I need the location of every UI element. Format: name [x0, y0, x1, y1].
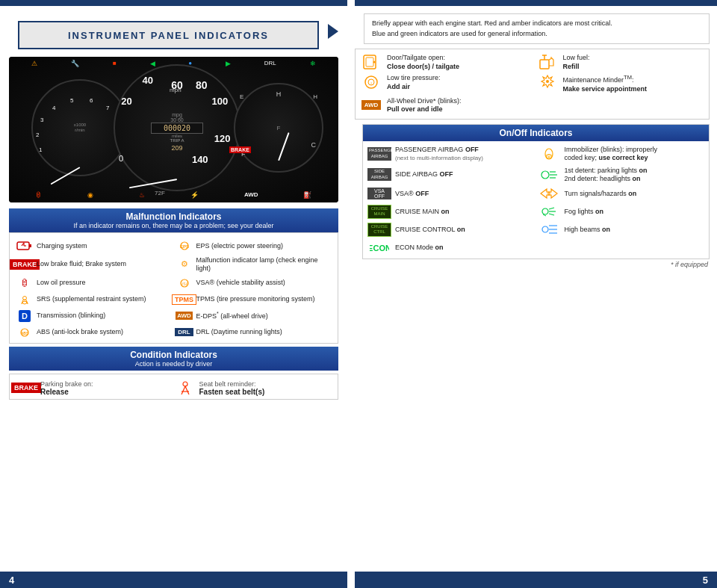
dashboard-background: ⚠ 🔧 ■ ◀ ● ▶ DRL ❄ P R N D x1000r/min 1 [9, 57, 338, 202]
footnote: * if equipped [355, 261, 708, 268]
page-number-right: 5 [703, 575, 708, 586]
mph-unit: mph [170, 87, 181, 93]
rpm-3: 3 [40, 117, 43, 123]
side-airbag-badge: SIDEAIRBAG [367, 168, 391, 182]
brake-text: Low brake fluid; Brake system [37, 260, 126, 268]
tpms-text: TPMS (tire pressure monitoring system) [196, 295, 315, 303]
tire-text: Low tire pressure: Add air [387, 74, 441, 91]
rpm-6: 6 [90, 97, 93, 104]
top-bar-left [0, 0, 347, 6]
maintenance-icon [536, 74, 559, 90]
dash-green-sym: ❄ [310, 60, 316, 67]
onoff-passenger-airbag: PASSENGERAIRBAG PASSENGER AIRBAG OFF (ne… [367, 144, 536, 164]
srs-icon [16, 294, 34, 306]
immobilizer-icon [537, 147, 561, 161]
action-fuel: Low fuel: Refill [536, 54, 705, 71]
maintenance-bold: Make service appointment [563, 85, 648, 93]
onoff-cruise-control: CRUISECTRL CRUISE CONTROL on [367, 221, 536, 238]
dash-battery: ⚡ [190, 191, 199, 199]
passenger-airbag-text: PASSENGER AIRBAG OFF (next to multi-info… [395, 146, 483, 162]
vsa-off-text: VSA® OFF [395, 190, 429, 198]
malfunction-header: Malfunction Indicators If an indicator r… [9, 208, 338, 232]
awd-pre: All-Wheel Drive* (blinks): [387, 97, 462, 105]
passenger-airbag-badge: PASSENGERAIRBAG [367, 147, 391, 161]
turn-signals-text: Turn signals/hazards on [565, 190, 637, 198]
cruise-main-badge: CRUISEMAIN [367, 205, 391, 220]
panel-divider [350, 6, 355, 572]
mpg-range: 30 60 [151, 117, 203, 123]
tire-bold: Add air [387, 83, 410, 90]
action-tire: ! Low tire pressure: Add air [360, 74, 529, 93]
condition-box: BRAKE Parking brake on: Release Seat bel… [9, 374, 338, 400]
vsa-malfunction-icon: VSA [176, 277, 193, 289]
awd-text: All-Wheel Drive* (blinks): Pull over and… [387, 97, 462, 114]
drl-badge: DRL [175, 328, 193, 336]
door-text: Door/Tailgate open: Close door(s) / tail… [387, 54, 459, 71]
charging-text: Charging system [37, 242, 87, 250]
fuel-label: F [277, 125, 281, 131]
speed-100: 100 [211, 96, 228, 107]
seatbelt-label2: Fasten seat belt(s) [199, 388, 265, 396]
bottom-bar-left [0, 572, 347, 588]
svg-point-38 [542, 208, 548, 214]
condition-subheader: Action is needed by driver [15, 360, 332, 368]
mpg-label: mpg [151, 112, 203, 117]
seatbelt-label1: Seat belt reminder: [199, 380, 265, 388]
tire-pre: Low tire pressure: [387, 74, 441, 81]
passenger-airbag-disp-icon: PASSENGERAIRBAG [367, 147, 391, 161]
onoff-grid: PASSENGERAIRBAG PASSENGER AIRBAG OFF (ne… [363, 141, 709, 259]
malfunction-title: Malfunction Indicators [15, 211, 332, 222]
cruise-main-text: CRUISE MAIN on [395, 208, 450, 216]
action-awd: AWD All-Wheel Drive* (blinks): Pull over… [360, 97, 529, 114]
speed-140: 140 [192, 154, 208, 165]
parking-brake-badge: BRAKE [11, 383, 41, 393]
odometer-value: 000020 [151, 123, 203, 134]
abs-text: ABS (anti-lock brake system) [37, 328, 123, 336]
svg-point-27 [546, 80, 549, 83]
onoff-turn-signals: Turn signals/hazards on [537, 185, 705, 202]
condition-title: Condition Indicators [15, 350, 332, 360]
action-items-box: Door/Tailgate open: Close door(s) / tail… [355, 49, 710, 120]
svg-text:🛢: 🛢 [20, 278, 29, 288]
svg-point-32 [541, 171, 549, 179]
action-door: Door/Tailgate open: Close door(s) / tail… [360, 54, 529, 71]
eps-text: EPS (electric power steering) [196, 242, 284, 250]
title-text: INSTRUMENT PANEL INDICATORS [68, 30, 269, 41]
svg-text:⚙: ⚙ [181, 259, 188, 268]
door-bold: Close door(s) / tailgate [387, 63, 459, 70]
brake-badge: BRAKE [10, 259, 40, 270]
seatbelt-text: Seat belt reminder: Fasten seat belt(s) [199, 380, 265, 396]
onoff-immobilizer: Immobilizer (blinks): improperlycoded ke… [537, 144, 705, 164]
vsa-text: VSA® (vehicle stability assist) [196, 279, 285, 287]
turn-signals-icon [537, 187, 561, 200]
dash-warning-icon: ⚠ [31, 60, 37, 67]
door-pre: Door/Tailgate open: [387, 54, 445, 61]
onoff-high-beams: High beams on [537, 221, 705, 238]
fuel-text: Low fuel: Refill [563, 54, 590, 71]
speed-20: 20 [121, 96, 131, 107]
abs-icon: ABS [16, 327, 34, 338]
rpm-2: 2 [36, 131, 39, 138]
cruise-ctrl-disp-icon: CRUISECTRL [367, 223, 391, 236]
cruise-ctrl-badge: CRUISECTRL [367, 223, 391, 238]
high-beams-icon [537, 223, 561, 236]
indicator-charging: Charging system [16, 238, 173, 253]
dash-awd-bottom: AWD [244, 191, 258, 199]
indicator-transmission: D Transmission (blinking) [16, 309, 173, 324]
awd-badge: AWD [176, 312, 193, 320]
fuel-c: C [311, 141, 317, 149]
cruise-main-disp-icon: CRUISEMAIN [367, 205, 391, 218]
dash-drl-label: DRL [264, 60, 276, 67]
bottom-bar-right [355, 572, 717, 588]
parking-brake-label1: Parking brake on: [40, 380, 93, 388]
svg-rect-18 [366, 58, 373, 66]
fuel-gauge: E F H H C F [234, 83, 323, 173]
notice-area: Briefly appear with each engine start. R… [355, 13, 710, 44]
awd-bold: Pull over and idle [387, 105, 443, 113]
maintenance-text: Maintenance MinderTM: Make service appoi… [563, 74, 648, 93]
brake-indicator-icon: BRAKE [16, 259, 34, 270]
fog-lights-icon [537, 205, 561, 218]
svg-text:ECON: ECON [370, 244, 389, 253]
fuel-f-top: H [313, 93, 317, 100]
indicator-brake: BRAKE Low brake fluid; Brake system [16, 255, 173, 274]
